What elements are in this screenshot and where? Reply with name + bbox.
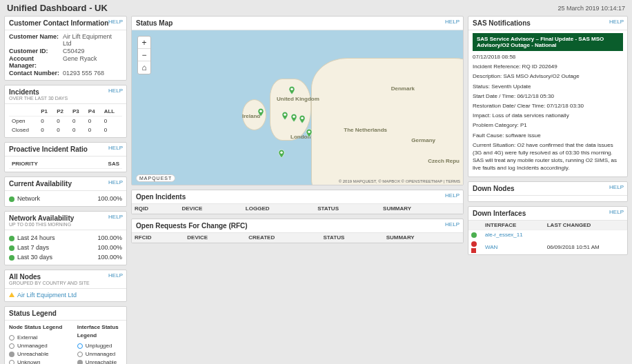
unmanaged-icon bbox=[9, 343, 14, 349]
help-link[interactable]: HELP bbox=[445, 192, 460, 199]
help-link[interactable]: HELP bbox=[609, 184, 624, 190]
help-link[interactable]: HELP bbox=[609, 19, 624, 25]
zoom-home[interactable]: ⌂ bbox=[138, 61, 150, 74]
map-pin[interactable] bbox=[304, 127, 314, 139]
current-avail-panel: HELP Current Availability Network100.00% bbox=[4, 176, 127, 207]
down-icon bbox=[471, 248, 476, 253]
zoom-out[interactable]: − bbox=[138, 49, 150, 61]
map-attribution: © 2019 MAPQUEST, © MAPBOX © OPENSTREETMA… bbox=[339, 179, 460, 183]
svg-point-3 bbox=[293, 116, 295, 119]
map-pin[interactable] bbox=[287, 84, 297, 97]
network-avail-panel: HELP Network AvailabilityUP TO 0:00 THIS… bbox=[4, 211, 127, 265]
interface-link[interactable]: WAN bbox=[485, 244, 497, 250]
status-dot bbox=[9, 245, 14, 251]
help-link[interactable]: HELP bbox=[108, 145, 123, 151]
unreachable-icon bbox=[77, 360, 83, 364]
help-link[interactable]: HELP bbox=[108, 272, 123, 279]
help-link[interactable]: HELP bbox=[108, 179, 123, 185]
status-dot bbox=[9, 236, 14, 241]
help-link[interactable]: HELP bbox=[108, 214, 123, 220]
down-interfaces-panel: HELP Down Interfaces INTERFACELAST CHANG… bbox=[468, 206, 628, 255]
table-row: ale-r_essex_11 bbox=[468, 230, 627, 240]
mapquest-logo: MAPQUEST bbox=[136, 174, 175, 182]
status-dot bbox=[9, 196, 14, 202]
help-link[interactable]: HELP bbox=[445, 19, 460, 25]
zoom-control: +−⌂ bbox=[137, 36, 151, 74]
status-dot bbox=[471, 232, 477, 238]
sas-alert[interactable]: SAS Service Advisory – Final Update - SA… bbox=[473, 33, 623, 51]
node-link[interactable]: Air Lift Equipment Ltd bbox=[17, 292, 77, 299]
status-dot bbox=[471, 241, 477, 247]
svg-point-4 bbox=[301, 117, 304, 120]
contact-panel: HELP Customer Contact Information Custom… bbox=[4, 16, 127, 81]
legend-panel: Status Legend Node Status Legend Externa… bbox=[4, 306, 127, 364]
open-incidents-panel: HELP Open Incidents RQIDDEVICELOGGEDSTAT… bbox=[131, 190, 464, 214]
unmanaged-icon bbox=[77, 352, 83, 357]
zoom-in[interactable]: + bbox=[138, 37, 150, 49]
pir-panel: HELP Proactive Incident Ratio PRIORITYSA… bbox=[4, 142, 127, 172]
all-nodes-panel: HELP All NodesGROUPED BY COUNTRY AND SIT… bbox=[4, 270, 127, 302]
svg-point-1 bbox=[259, 110, 262, 113]
svg-point-2 bbox=[284, 114, 286, 117]
help-link[interactable]: HELP bbox=[108, 88, 123, 94]
map-pin[interactable] bbox=[256, 106, 266, 119]
incidents-panel: HELP IncidentsOVER THE LAST 30 DAYS P1P2… bbox=[4, 85, 127, 138]
page-title: Unified Dashboard - UK bbox=[7, 3, 108, 13]
open-rfc-panel: HELP Open Requests For Change (RFC) RFCI… bbox=[131, 219, 464, 243]
sas-notifications-panel: HELP SAS Notifications SAS Service Advis… bbox=[468, 16, 628, 177]
timestamp: 25 March 2019 10:14:17 bbox=[557, 5, 625, 12]
down-nodes-panel: HELP Down Nodes bbox=[468, 181, 628, 202]
incidents-table: P1P2P3P4ALL Open00000 Closed00000 bbox=[9, 107, 122, 134]
help-link[interactable]: HELP bbox=[609, 209, 624, 215]
status-dot bbox=[9, 255, 14, 261]
map-pin[interactable] bbox=[280, 110, 290, 122]
map-pin[interactable] bbox=[277, 148, 286, 160]
map-pin[interactable] bbox=[297, 113, 307, 125]
svg-point-6 bbox=[280, 152, 283, 154]
svg-point-0 bbox=[290, 88, 293, 91]
map-canvas[interactable]: United Kingdom Ireland London Denmark Th… bbox=[132, 30, 463, 185]
unreachable-icon bbox=[9, 352, 14, 357]
external-icon bbox=[9, 335, 14, 341]
help-link[interactable]: HELP bbox=[445, 221, 460, 228]
help-link[interactable]: HELP bbox=[108, 19, 123, 25]
svg-point-5 bbox=[308, 131, 310, 134]
warning-icon bbox=[9, 292, 14, 297]
table-row: WAN06/09/2018 10:51 AM bbox=[468, 239, 627, 254]
unplugged-icon bbox=[77, 343, 83, 349]
interface-link[interactable]: ale-r_essex_11 bbox=[485, 232, 523, 238]
unknown-icon bbox=[9, 360, 14, 364]
status-map-panel: HELP Status Map United Kingdom Ireland L… bbox=[131, 16, 464, 185]
